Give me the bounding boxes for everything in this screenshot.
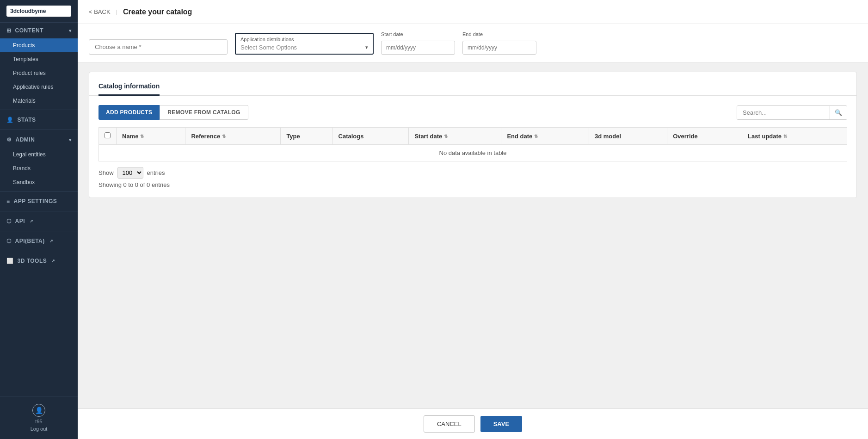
sort-icon-start-date[interactable]: ⇅: [444, 134, 448, 139]
show-entries-select[interactable]: 100 25 50: [117, 167, 143, 179]
sidebar-section-api: ⬡ API ↗: [0, 213, 78, 229]
api-beta-icon: ⬡: [6, 238, 12, 244]
api-icon: ⬡: [6, 218, 12, 224]
th-catalogs: Catalogs: [332, 128, 409, 145]
app-dist-group: Application distributions Select Some Op…: [235, 33, 374, 55]
search-input[interactable]: [737, 106, 830, 119]
select-all-checkbox[interactable]: [105, 132, 111, 138]
logo[interactable]: 3dcloudbyme: [6, 6, 71, 17]
divider-5: [0, 231, 78, 231]
sidebar-item-brands[interactable]: Brands: [0, 161, 78, 175]
save-button[interactable]: SAVE: [480, 416, 522, 432]
search-button[interactable]: 🔍: [830, 106, 847, 119]
search-icon: 🔍: [835, 109, 842, 116]
start-date-input[interactable]: [381, 41, 455, 55]
app-dist-placeholder: Select Some Options: [240, 44, 297, 51]
user-name: t95: [35, 419, 42, 424]
catalog-card-header: Catalog information: [89, 72, 856, 96]
th-reference: Reference ⇅: [185, 128, 281, 145]
catalog-card-body: ADD PRODUCTS REMOVE FROM CATALOG 🔍: [89, 96, 856, 198]
th-checkbox: [99, 128, 117, 145]
sidebar-section-content: ⊞ CONTENT ▾ Products Templates Product r…: [0, 23, 78, 108]
no-data-message: No data available in table: [99, 145, 847, 161]
sidebar-item-materials[interactable]: Materials: [0, 94, 78, 108]
sidebar-section-admin-header[interactable]: ⚙ ADMIN ▾: [0, 132, 78, 148]
sidebar-section-stats-header[interactable]: 👤 STATS: [0, 112, 78, 128]
back-button[interactable]: < BACK: [89, 8, 111, 15]
remove-from-catalog-button[interactable]: REMOVE FROM CATALOG: [160, 105, 248, 120]
divider-1: [0, 110, 78, 110]
toolbar-left: ADD PRODUCTS REMOVE FROM CATALOG: [98, 105, 248, 120]
sidebar-logo: 3dcloudbyme: [0, 0, 78, 23]
start-date-group: Start date: [381, 31, 455, 55]
th-type: Type: [281, 128, 332, 145]
main-content: < BACK | Create your catalog Application…: [78, 0, 868, 439]
th-name: Name ⇅: [117, 128, 185, 145]
show-label: Show: [98, 169, 114, 176]
catalog-name-input[interactable]: [89, 39, 228, 55]
th-start-date: Start date ⇅: [409, 128, 501, 145]
external-link-icon-2: ↗: [49, 239, 54, 243]
sidebar: 3dcloudbyme ⊞ CONTENT ▾ Products Templat…: [0, 0, 78, 439]
sort-icon-last-update[interactable]: ⇅: [783, 134, 787, 139]
add-products-button[interactable]: ADD PRODUCTS: [98, 105, 160, 120]
sidebar-item-sandbox[interactable]: Sandbox: [0, 175, 78, 189]
catalog-info-tab[interactable]: Catalog information: [98, 79, 160, 96]
sliders-icon: ≡: [6, 198, 10, 204]
sidebar-section-api-header[interactable]: ⬡ API ↗: [0, 213, 78, 229]
th-last-update: Last update ⇅: [742, 128, 847, 145]
divider-2: [0, 130, 78, 130]
content-area: Catalog information ADD PRODUCTS REMOVE …: [78, 62, 868, 408]
catalog-info-card: Catalog information ADD PRODUCTS REMOVE …: [89, 72, 857, 198]
sidebar-section-3d-tools: ⬜ 3D TOOLS ↗: [0, 253, 78, 269]
sidebar-section-admin: ⚙ ADMIN ▾ Legal entities Brands Sandbox: [0, 132, 78, 189]
end-date-group: End date: [462, 31, 536, 55]
sidebar-section-app-settings: ≡ APP SETTINGS: [0, 193, 78, 209]
chevron-down-icon-2: ▾: [69, 137, 72, 142]
app-dist-chevron-icon: ▾: [365, 44, 368, 50]
end-date-input[interactable]: [462, 41, 536, 55]
page-title: Create your catalog: [123, 8, 192, 16]
table-body: No data available in table: [99, 145, 847, 161]
sidebar-section-3d-tools-header[interactable]: ⬜ 3D TOOLS ↗: [0, 253, 78, 269]
th-override: Override: [667, 128, 742, 145]
th-3d-model: 3d model: [589, 128, 667, 145]
sidebar-section-content-header[interactable]: ⊞ CONTENT ▾: [0, 23, 78, 38]
sidebar-item-applicative-rules[interactable]: Applicative rules: [0, 80, 78, 94]
sort-icon-end-date[interactable]: ⇅: [534, 134, 538, 139]
th-end-date: End date ⇅: [501, 128, 589, 145]
sidebar-item-legal-entities[interactable]: Legal entities: [0, 148, 78, 161]
sidebar-section-api-beta-header[interactable]: ⬡ API(BETA) ↗: [0, 233, 78, 249]
external-link-icon: ↗: [30, 219, 34, 223]
start-date-label: Start date: [381, 31, 455, 37]
sidebar-footer: 👤 t95 Log out: [0, 396, 78, 439]
table-empty-row: No data available in table: [99, 145, 847, 161]
top-bar: < BACK | Create your catalog: [78, 0, 868, 24]
sort-icon-name[interactable]: ⇅: [140, 134, 144, 139]
app-dist-label: Application distributions: [240, 37, 368, 42]
table-toolbar: ADD PRODUCTS REMOVE FROM CATALOG 🔍: [98, 105, 847, 120]
end-date-label: End date: [462, 31, 536, 37]
sidebar-section-stats: 👤 STATS: [0, 112, 78, 128]
grid-icon: ⊞: [6, 27, 12, 34]
products-table: Name ⇅ Reference ⇅: [98, 127, 847, 161]
logout-link[interactable]: Log out: [31, 426, 48, 432]
chevron-down-icon: ▾: [69, 28, 72, 33]
divider-6: [0, 251, 78, 251]
sidebar-section-app-settings-header[interactable]: ≡ APP SETTINGS: [0, 193, 78, 209]
table-header: Name ⇅ Reference ⇅: [99, 128, 847, 145]
form-top-row: Application distributions Select Some Op…: [78, 24, 868, 62]
sidebar-item-templates[interactable]: Templates: [0, 52, 78, 66]
search-box: 🔍: [737, 105, 847, 120]
user-avatar-icon: 👤: [32, 404, 45, 417]
sidebar-item-product-rules[interactable]: Product rules: [0, 66, 78, 80]
sidebar-item-products[interactable]: Products: [0, 38, 78, 52]
entries-info: Show 100 25 50 entries: [98, 167, 847, 179]
bottom-bar: CANCEL SAVE: [78, 408, 868, 439]
divider-3: [0, 191, 78, 192]
app-dist-select[interactable]: Select Some Options ▾: [240, 44, 368, 51]
entries-showing: Showing 0 to 0 of 0 entries: [98, 181, 847, 188]
cancel-button[interactable]: CANCEL: [424, 415, 475, 433]
divider-4: [0, 211, 78, 211]
sort-icon-reference[interactable]: ⇅: [222, 134, 226, 139]
